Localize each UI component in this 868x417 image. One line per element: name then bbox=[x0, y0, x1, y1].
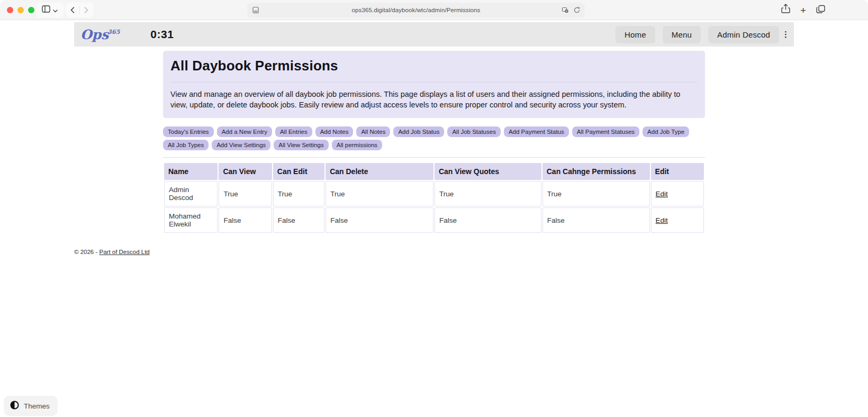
page-title: All Daybook Permissions bbox=[170, 58, 698, 74]
zoom-window-button[interactable] bbox=[28, 7, 34, 13]
themes-button[interactable]: Themes bbox=[4, 396, 58, 416]
cell-edit: Edit bbox=[651, 207, 704, 233]
table-row: Mohamed Elwekil False False False False … bbox=[164, 207, 704, 233]
share-icon[interactable] bbox=[781, 4, 790, 16]
site-header: Ops365 0:31 Home Menu Admin Descod ⋮ bbox=[74, 22, 794, 47]
table-header-row: Name Can View Can Edit Can Delete Can Vi… bbox=[164, 163, 704, 180]
cell-can-change-permissions: True bbox=[542, 181, 650, 206]
browser-chrome: ops365.digital/daybook/wtc/admin/Permiss… bbox=[0, 0, 868, 20]
edit-link[interactable]: Edit bbox=[656, 190, 668, 198]
column-header-name: Name bbox=[164, 163, 218, 180]
url-text: ops365.digital/daybook/wtc/admin/Permiss… bbox=[247, 7, 585, 13]
minimize-window-button[interactable] bbox=[17, 7, 24, 13]
home-button[interactable]: Home bbox=[616, 26, 655, 43]
add-payment-status-button[interactable]: Add Payment Status bbox=[504, 126, 569, 137]
window-controls bbox=[7, 7, 34, 13]
reload-icon[interactable] bbox=[573, 6, 581, 16]
cell-can-view-quotes: False bbox=[435, 207, 541, 233]
quick-actions-row-2: All Job Types Add View Settings All View… bbox=[163, 140, 705, 150]
copyright-text: © 2026 - bbox=[74, 249, 99, 255]
add-new-entry-button[interactable]: Add a New Entry bbox=[217, 126, 272, 137]
cell-name: Mohamed Elwekil bbox=[164, 207, 218, 233]
quick-actions-row-1: Today's Entries Add a New Entry All Entr… bbox=[163, 126, 705, 137]
add-view-settings-button[interactable]: Add View Settings bbox=[212, 140, 270, 150]
address-bar[interactable]: ops365.digital/daybook/wtc/admin/Permiss… bbox=[247, 3, 585, 17]
all-job-statuses-button[interactable]: All Job Statuses bbox=[447, 126, 500, 137]
new-tab-button[interactable]: + bbox=[800, 5, 806, 15]
themes-label: Themes bbox=[24, 402, 50, 410]
cell-can-view: True bbox=[219, 181, 272, 206]
session-timer: 0:31 bbox=[150, 28, 174, 41]
cell-can-view: False bbox=[219, 207, 272, 233]
add-job-status-button[interactable]: Add Job Status bbox=[393, 126, 444, 137]
cell-can-edit: False bbox=[273, 207, 324, 233]
page-content: Ops365 0:31 Home Menu Admin Descod ⋮ All… bbox=[0, 22, 868, 417]
page-description: View and manage an overview of all daybo… bbox=[170, 89, 698, 110]
edit-link[interactable]: Edit bbox=[656, 216, 668, 224]
cell-can-delete: True bbox=[326, 181, 433, 206]
all-permissions-button[interactable]: All permissions bbox=[332, 140, 382, 150]
reader-icon[interactable] bbox=[252, 6, 259, 16]
tab-overview-icon[interactable] bbox=[816, 5, 826, 16]
footer: © 2026 - Part of Descod Ltd bbox=[74, 249, 794, 255]
all-payment-statuses-button[interactable]: All Payment Statuses bbox=[572, 126, 639, 137]
column-header-can-change-permissions: Can Cahnge Permissions bbox=[542, 163, 650, 180]
history-nav bbox=[66, 3, 93, 17]
descod-link[interactable]: Part of Descod Ltd bbox=[99, 249, 149, 255]
all-view-settings-button[interactable]: All View Settings bbox=[274, 140, 328, 150]
browser-window: ops365.digital/daybook/wtc/admin/Permiss… bbox=[0, 0, 868, 417]
account-button[interactable]: Admin Descod bbox=[708, 26, 779, 43]
cell-can-delete: False bbox=[326, 207, 433, 233]
add-job-type-button[interactable]: Add Job Type bbox=[643, 126, 689, 137]
todays-entries-button[interactable]: Today's Entries bbox=[163, 126, 214, 137]
all-notes-button[interactable]: All Notes bbox=[356, 126, 390, 137]
table-divider bbox=[163, 157, 705, 158]
cell-can-edit: True bbox=[273, 181, 324, 206]
table-row: Admin Descod True True True True True Ed… bbox=[164, 181, 704, 206]
main-content: All Daybook Permissions View and manage … bbox=[163, 51, 705, 234]
column-header-can-edit: Can Edit bbox=[273, 163, 324, 180]
all-entries-button[interactable]: All Entries bbox=[275, 126, 312, 137]
intro-divider bbox=[170, 82, 698, 83]
forward-button[interactable] bbox=[80, 3, 94, 17]
sidebar-toggle-button[interactable] bbox=[36, 3, 64, 17]
cell-edit: Edit bbox=[651, 181, 704, 206]
cell-can-change-permissions: False bbox=[542, 207, 650, 233]
column-header-can-view: Can View bbox=[219, 163, 272, 180]
permissions-table: Name Can View Can Edit Can Delete Can Vi… bbox=[163, 162, 705, 234]
all-job-types-button[interactable]: All Job Types bbox=[163, 140, 209, 150]
menu-button[interactable]: Menu bbox=[663, 26, 701, 43]
back-button[interactable] bbox=[66, 3, 79, 17]
column-header-can-view-quotes: Can View Quotes bbox=[435, 163, 541, 180]
theme-contrast-icon bbox=[10, 401, 19, 411]
sidebar-icon bbox=[42, 5, 50, 15]
chevron-down-icon bbox=[53, 5, 58, 15]
add-notes-button[interactable]: Add Notes bbox=[315, 126, 354, 137]
privacy-report-icon[interactable] bbox=[562, 6, 569, 16]
close-window-button[interactable] bbox=[7, 7, 13, 13]
cell-can-view-quotes: True bbox=[435, 181, 541, 206]
ops365-logo[interactable]: Ops365 bbox=[80, 28, 120, 41]
toolbar-actions: + bbox=[781, 4, 826, 16]
column-header-can-delete: Can Delete bbox=[326, 163, 433, 180]
overflow-menu-icon[interactable]: ⋮ bbox=[782, 30, 790, 39]
column-header-edit: Edit bbox=[651, 163, 704, 180]
cell-name: Admin Descod bbox=[164, 181, 218, 206]
page-intro-panel: All Daybook Permissions View and manage … bbox=[163, 51, 705, 118]
